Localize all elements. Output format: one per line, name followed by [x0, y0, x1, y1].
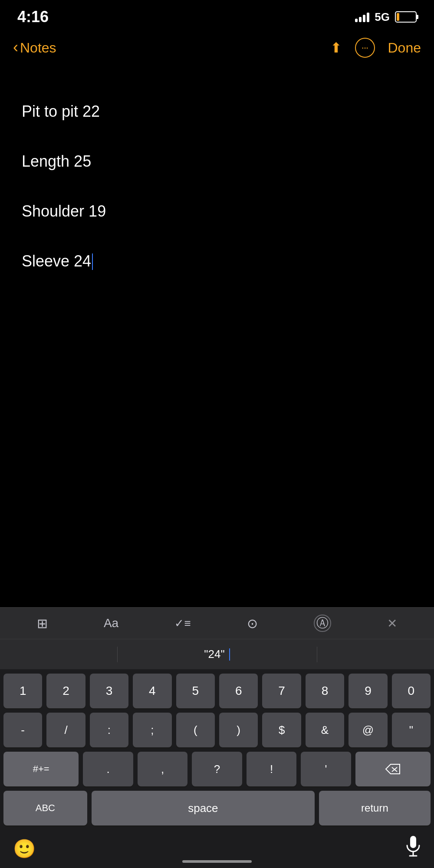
- autocorrect-right[interactable]: [317, 650, 426, 659]
- more-button[interactable]: ···: [355, 38, 375, 58]
- home-indicator: [182, 860, 252, 863]
- svg-rect-2: [410, 836, 416, 848]
- status-time: 4:16: [17, 8, 49, 26]
- special-row: #+= . , ? ! ': [3, 752, 431, 786]
- emoji-button[interactable]: 🙂: [13, 838, 36, 859]
- key-2[interactable]: 2: [46, 674, 85, 708]
- key-4[interactable]: 4: [133, 674, 171, 708]
- key-3[interactable]: 3: [90, 674, 128, 708]
- signal-bars-icon: [355, 12, 369, 22]
- text-cursor: [92, 253, 93, 270]
- key-space[interactable]: space: [92, 791, 315, 825]
- close-keyboard-icon[interactable]: ✕: [387, 616, 397, 631]
- key-close-paren[interactable]: ): [219, 713, 258, 747]
- nav-bar: ‹ Notes ⬆︎ ··· Done: [0, 30, 434, 65]
- key-backspace[interactable]: [355, 752, 431, 786]
- key-comma[interactable]: ,: [138, 752, 188, 786]
- nav-actions: ⬆︎ ··· Done: [330, 38, 421, 58]
- microphone-icon: [405, 836, 421, 858]
- key-quote[interactable]: ": [392, 713, 431, 747]
- formatting-toolbar: ⊞ Aa ✓≡ ⊙ Ⓐ ✕: [0, 607, 434, 639]
- battery: 15: [395, 11, 417, 23]
- autocorrect-suggestion: "24": [204, 648, 224, 661]
- note-line-3: Shoulder 19: [22, 202, 106, 220]
- signal-bar-4: [367, 13, 369, 22]
- keyboard-area: ⊞ Aa ✓≡ ⊙ Ⓐ ✕ "24" 1 2 3 4 5 6 7 8 9 0: [0, 607, 434, 868]
- network-label: 5G: [375, 10, 390, 24]
- key-return[interactable]: return: [319, 791, 431, 825]
- microphone-button[interactable]: [405, 836, 421, 861]
- autocorrect-cursor: [229, 648, 230, 661]
- key-0[interactable]: 0: [392, 674, 431, 708]
- key-question[interactable]: ?: [192, 752, 242, 786]
- keyboard-rows: 1 2 3 4 5 6 7 8 9 0 - / : ; ( ) $ & @ " …: [0, 669, 434, 825]
- battery-level: 15: [402, 13, 409, 20]
- key-semicolon[interactable]: ;: [133, 713, 171, 747]
- key-5[interactable]: 5: [176, 674, 215, 708]
- key-open-paren[interactable]: (: [176, 713, 215, 747]
- key-ampersand[interactable]: &: [306, 713, 344, 747]
- share-icon[interactable]: ⬆︎: [330, 39, 342, 56]
- status-right: 5G 15: [355, 10, 417, 24]
- key-dash[interactable]: -: [3, 713, 42, 747]
- autocorrect-left[interactable]: [9, 650, 117, 659]
- symbol-row: - / : ; ( ) $ & @ ": [3, 713, 431, 747]
- key-9[interactable]: 9: [349, 674, 387, 708]
- signal-bar-1: [355, 19, 358, 22]
- battery-icon: 15: [395, 11, 417, 23]
- key-period[interactable]: .: [83, 752, 133, 786]
- key-hashplus[interactable]: #+=: [3, 752, 79, 786]
- back-button[interactable]: ‹ Notes: [13, 39, 56, 56]
- table-icon[interactable]: ⊞: [37, 616, 48, 631]
- backspace-icon: [385, 763, 401, 775]
- key-slash[interactable]: /: [46, 713, 85, 747]
- ellipsis-icon: ···: [362, 42, 368, 53]
- checklist-icon[interactable]: ✓≡: [174, 617, 191, 630]
- note-line-1: Pit to pit 22: [22, 102, 100, 120]
- key-dollar[interactable]: $: [262, 713, 301, 747]
- key-1[interactable]: 1: [3, 674, 42, 708]
- number-row: 1 2 3 4 5 6 7 8 9 0: [3, 674, 431, 708]
- note-line-2: Length 25: [22, 152, 91, 170]
- key-exclaim[interactable]: !: [247, 752, 297, 786]
- status-bar: 4:16 5G 15: [0, 0, 434, 30]
- camera-icon[interactable]: ⊙: [247, 616, 258, 631]
- key-abc[interactable]: ABC: [3, 791, 87, 825]
- key-at[interactable]: @: [349, 713, 387, 747]
- key-apostrophe[interactable]: ': [301, 752, 351, 786]
- note-text[interactable]: Pit to pit 22 Length 25 Shoulder 19 Slee…: [22, 74, 412, 274]
- bottom-row: ABC space return: [3, 791, 431, 825]
- note-line-4: Sleeve 24: [22, 252, 91, 270]
- back-label: Notes: [20, 40, 56, 56]
- signal-bar-2: [359, 17, 362, 22]
- key-colon[interactable]: :: [90, 713, 128, 747]
- key-6[interactable]: 6: [219, 674, 258, 708]
- key-8[interactable]: 8: [306, 674, 344, 708]
- chevron-left-icon: ‹: [13, 38, 18, 56]
- format-text-icon[interactable]: Aa: [104, 616, 118, 630]
- note-content-area[interactable]: Pit to pit 22 Length 25 Shoulder 19 Slee…: [0, 65, 434, 607]
- key-7[interactable]: 7: [262, 674, 301, 708]
- markup-icon[interactable]: Ⓐ: [314, 615, 331, 632]
- battery-fill: [397, 13, 399, 21]
- autocorrect-main[interactable]: "24": [118, 648, 317, 661]
- signal-bar-3: [363, 15, 365, 22]
- autocorrect-bar: "24": [0, 639, 434, 669]
- done-button[interactable]: Done: [388, 40, 421, 56]
